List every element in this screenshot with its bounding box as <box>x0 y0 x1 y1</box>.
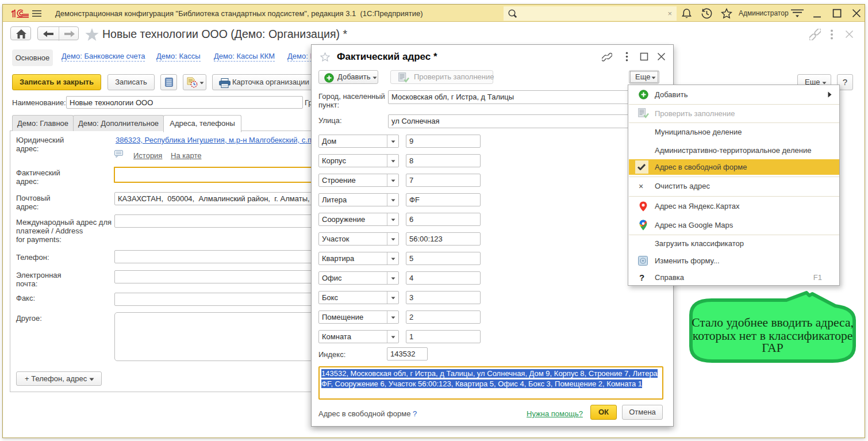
svg-text:ГАР: ГАР <box>762 341 783 355</box>
svg-text:Стало удобнее вводить адреса,: Стало удобнее вводить адреса, <box>692 316 854 329</box>
